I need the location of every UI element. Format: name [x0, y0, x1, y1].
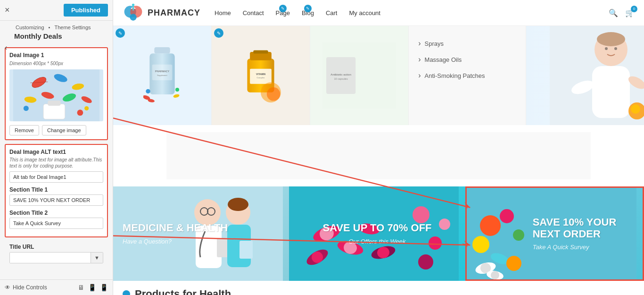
nav-cart[interactable]: Cart: [326, 9, 338, 17]
section-title: Monthly Deals: [0, 31, 113, 45]
banners-row: MEDICINE & HEALTH Have a Question?: [113, 186, 644, 281]
product-2-image: VITAMIN Complex: [237, 40, 284, 111]
product-col-1: PHARMACY Supplement: [113, 26, 212, 125]
svg-rect-11: [48, 101, 60, 106]
svg-point-27: [146, 89, 150, 93]
banner-2: SAVE UP TO 70% OFF Our Offers this Week: [289, 186, 465, 281]
nav-links: Home Contact ✎ Page ✎ Blog Cart My accou…: [215, 9, 594, 17]
category-massage-oils[interactable]: Massage Oils: [418, 51, 516, 67]
svg-rect-44: [592, 66, 630, 118]
banner-1-title: MEDICINE & HEALTH: [123, 222, 280, 234]
title-url-section: Title URL ▼: [5, 241, 108, 263]
spacer-section: [113, 125, 644, 186]
svg-point-48: [605, 47, 608, 50]
svg-text:Antibiotic action: Antibiotic action: [331, 73, 352, 76]
svg-text:10 capsules: 10 capsules: [334, 77, 348, 80]
baby-col: [526, 26, 644, 125]
banner-1-subtitle: Have a Question?: [123, 238, 280, 245]
deal-image-label: Deal Image 1: [9, 52, 103, 59]
tablet-view-icon[interactable]: 📱: [88, 284, 96, 291]
nav-icons: 🔍 🛒 0: [609, 8, 635, 17]
svg-point-14: [77, 110, 83, 116]
svg-text:VITAMIN: VITAMIN: [256, 73, 266, 76]
svg-point-49: [614, 47, 617, 50]
remove-image-button[interactable]: Remove: [9, 125, 39, 135]
section-title-1-group: Section Title 1: [9, 186, 103, 206]
product-2-edit-btn[interactable]: [214, 28, 223, 38]
view-icons: 🖥 📱 📱: [78, 284, 108, 291]
top-nav: PHARMACY Home Contact ✎ Page ✎ Blog Cart…: [113, 0, 644, 26]
back-arrow-icon[interactable]: ‹: [5, 43, 7, 52]
middle-section: [166, 132, 591, 179]
baby-svg: [550, 26, 644, 125]
svg-text:Complex: Complex: [257, 76, 265, 79]
nav-contact[interactable]: Contact: [243, 9, 264, 17]
nav-home[interactable]: Home: [215, 9, 231, 17]
desktop-view-icon[interactable]: 🖥: [78, 284, 84, 291]
logo-area: PHARMACY: [123, 2, 200, 24]
deal-image-dimension: Dimension 400px * 500px: [9, 60, 103, 67]
title-url-arrow-icon[interactable]: ▼: [91, 253, 103, 263]
page-edit-dot: ✎: [279, 5, 287, 12]
title-url-input[interactable]: [10, 253, 91, 263]
section-title-1-input[interactable]: [9, 194, 103, 206]
nav-blog[interactable]: ✎ Blog: [302, 9, 314, 17]
alt-text-group: Deal Image ALT text1 This is image text …: [9, 149, 103, 183]
banner-1: MEDICINE & HEALTH Have a Question?: [113, 186, 289, 281]
image-actions: Remove Change image: [9, 125, 103, 135]
svg-point-62: [228, 198, 248, 211]
svg-point-17: [130, 14, 136, 20]
section-title-1-label: Section Title 1: [9, 186, 103, 193]
banner-2-subtitle: Our Offers this Week: [298, 238, 455, 245]
nav-page[interactable]: ✎ Page: [276, 9, 290, 17]
section-title-2-input[interactable]: [9, 218, 103, 229]
baby-image: [526, 26, 644, 125]
breadcrumb: Customizing • Theme Settings: [0, 21, 113, 31]
svg-point-13: [84, 106, 89, 110]
sidebar-header: × Published: [0, 0, 113, 21]
alt-text-input[interactable]: [9, 171, 103, 183]
alt-text-hint: This is image text for image alt attribu…: [9, 157, 103, 169]
category-list: Sprays Massage Oils Anti-Smoking Patches: [418, 35, 516, 84]
mobile-view-icon[interactable]: 📱: [100, 284, 108, 291]
svg-point-85: [513, 229, 524, 241]
svg-point-86: [506, 256, 521, 271]
svg-text:Supplement: Supplement: [157, 74, 167, 76]
hide-controls-button[interactable]: 👁 Hide Controls: [5, 284, 47, 291]
svg-point-28: [175, 88, 179, 92]
products-section-title: Products for Health: [135, 288, 231, 295]
banner-3-subtitle: Take A Quick Survey: [533, 244, 633, 251]
blog-edit-dot: ✎: [304, 5, 312, 12]
banner-2-title: SAVE UP TO 70% OFF: [298, 222, 455, 234]
svg-point-37: [267, 87, 281, 101]
products-for-health-section: Products for Health: [113, 281, 644, 295]
sidebar: × Published ‹ Customizing • Theme Settin…: [0, 0, 113, 295]
section-title-2-group: Section Title 2: [9, 210, 103, 229]
svg-rect-10: [43, 104, 65, 119]
close-button[interactable]: ×: [5, 5, 10, 15]
svg-point-80: [472, 236, 489, 253]
svg-point-12: [24, 106, 29, 111]
change-image-button[interactable]: Change image: [42, 125, 86, 135]
search-icon[interactable]: 🔍: [609, 8, 618, 17]
logo-text: PHARMACY: [148, 8, 200, 18]
product-3-image: Antibiotic action 10 capsules: [322, 42, 397, 109]
alt-text-label: Deal Image ALT text1: [9, 149, 103, 155]
cart-icon[interactable]: 🛒 0: [625, 8, 635, 17]
section-dot: [123, 290, 130, 295]
sidebar-content: Deal Image 1 Dimension 400px * 500px: [0, 45, 113, 279]
category-sprays[interactable]: Sprays: [418, 35, 516, 51]
products-row: PHARMACY Supplement: [113, 26, 644, 125]
category-col: Sprays Massage Oils Anti-Smoking Patches: [409, 26, 526, 125]
svg-point-19: [132, 3, 134, 6]
nav-myaccount[interactable]: My account: [349, 9, 380, 17]
product-1-edit-btn[interactable]: [116, 28, 125, 38]
product-1-image: PHARMACY Supplement: [143, 45, 181, 106]
svg-point-76: [418, 254, 433, 270]
svg-text:PHARMACY: PHARMACY: [155, 70, 170, 73]
category-anti-smoking[interactable]: Anti-Smoking Patches: [418, 67, 516, 84]
product-col-2: VITAMIN Complex: [212, 26, 310, 125]
page-content: PHARMACY Supplement: [113, 26, 644, 295]
sidebar-footer: 👁 Hide Controls 🖥 📱 📱: [0, 279, 113, 295]
publish-button[interactable]: Published: [64, 4, 108, 17]
